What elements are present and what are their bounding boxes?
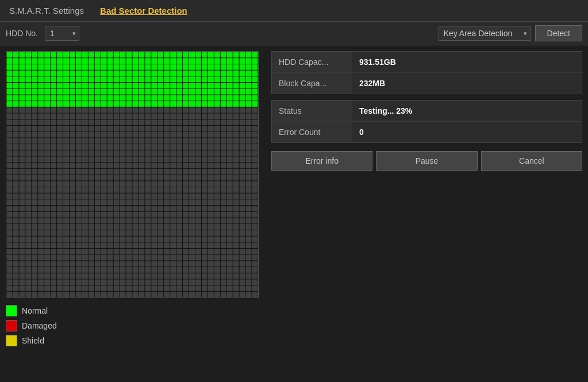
svg-rect-13: [89, 52, 94, 57]
svg-rect-1103: [151, 218, 157, 223]
svg-rect-1483: [25, 279, 31, 285]
svg-rect-816: [107, 175, 113, 180]
svg-rect-393: [214, 107, 220, 113]
svg-rect-869: [189, 181, 195, 187]
svg-rect-863: [151, 181, 157, 187]
svg-rect-872: [208, 181, 214, 187]
svg-rect-468: [183, 119, 189, 125]
svg-rect-435: [227, 113, 233, 119]
svg-rect-1385: [164, 261, 170, 267]
svg-rect-1022: [145, 206, 151, 211]
svg-rect-232: [208, 83, 214, 88]
svg-rect-1132: [82, 224, 88, 230]
error-info-button[interactable]: Error info: [271, 151, 372, 171]
svg-rect-502: [145, 126, 151, 132]
svg-rect-588: [183, 138, 189, 144]
svg-rect-432: [208, 113, 214, 119]
svg-rect-1171: [76, 230, 82, 236]
svg-rect-1261: [139, 242, 144, 248]
svg-rect-1193: [214, 230, 220, 236]
svg-rect-22: [145, 52, 151, 57]
svg-rect-452: [82, 119, 88, 125]
svg-rect-438: [246, 113, 252, 119]
svg-rect-343: [151, 101, 157, 107]
tab-smart-settings[interactable]: S.M.A.R.T. Settings: [7, 5, 86, 17]
svg-rect-366: [44, 107, 50, 113]
svg-rect-1054: [95, 212, 101, 218]
svg-rect-1122: [19, 224, 25, 230]
svg-rect-1551: [202, 285, 207, 291]
svg-rect-557: [240, 132, 245, 138]
svg-rect-1098: [120, 218, 126, 223]
grid-area: Normal Damaged Shield: [6, 51, 264, 376]
svg-rect-987: [176, 199, 182, 205]
svg-rect-896: [107, 187, 113, 193]
svg-rect-1124: [32, 224, 37, 230]
svg-rect-751: [202, 163, 207, 168]
svg-rect-21: [139, 52, 144, 57]
svg-rect-316: [233, 95, 239, 101]
svg-rect-832: [208, 175, 214, 180]
svg-rect-754: [221, 163, 226, 168]
block-capacity-row: Block Capa... 232MB: [272, 73, 582, 94]
svg-rect-1053: [89, 212, 94, 218]
pause-button[interactable]: Pause: [376, 151, 477, 171]
svg-rect-1591: [202, 292, 207, 298]
svg-rect-24: [157, 52, 163, 57]
svg-rect-814: [95, 175, 101, 180]
svg-rect-170: [70, 76, 75, 82]
svg-rect-1196: [233, 230, 239, 236]
svg-rect-362: [19, 107, 25, 113]
svg-rect-1502: [145, 279, 151, 285]
svg-rect-1554: [221, 285, 226, 291]
svg-rect-777: [114, 169, 120, 175]
svg-rect-1397: [240, 261, 245, 267]
svg-rect-1468: [183, 273, 189, 279]
svg-rect-128: [57, 71, 63, 76]
svg-rect-220: [132, 83, 138, 88]
tab-bad-sector[interactable]: Bad Sector Detection: [98, 5, 190, 17]
svg-rect-195: [227, 76, 233, 82]
info-table: HDD Capac... 931.51GB Block Capa... 232M…: [271, 51, 582, 94]
svg-rect-1029: [189, 206, 195, 211]
svg-rect-359: [252, 101, 258, 107]
svg-rect-643: [25, 151, 31, 156]
svg-rect-26: [170, 52, 176, 57]
svg-rect-1244: [32, 242, 37, 248]
svg-rect-1323: [25, 255, 31, 261]
svg-rect-810: [70, 175, 75, 180]
hdd-select[interactable]: 1 2 3: [45, 26, 79, 41]
svg-rect-1435: [227, 267, 233, 273]
svg-rect-72: [208, 58, 214, 64]
svg-rect-139: [126, 71, 132, 76]
cancel-button[interactable]: Cancel: [481, 151, 582, 171]
svg-rect-1130: [70, 224, 75, 230]
svg-rect-572: [82, 138, 88, 144]
svg-rect-530: [70, 132, 75, 138]
svg-rect-471: [202, 119, 207, 125]
svg-rect-1073: [214, 212, 220, 218]
svg-rect-322: [19, 101, 25, 107]
svg-rect-966: [44, 199, 50, 205]
svg-rect-1192: [208, 230, 214, 236]
svg-rect-1436: [233, 267, 239, 273]
detection-mode-select[interactable]: Key Area Detection Full Detection: [439, 26, 531, 41]
svg-rect-301: [139, 95, 144, 101]
svg-rect-164: [32, 76, 37, 82]
svg-rect-209: [63, 83, 69, 88]
svg-rect-1324: [32, 255, 37, 261]
svg-rect-796: [233, 169, 239, 175]
svg-rect-525: [38, 132, 44, 138]
detect-button[interactable]: Detect: [535, 25, 582, 41]
svg-rect-795: [227, 169, 233, 175]
svg-rect-17: [114, 52, 120, 57]
svg-rect-6: [44, 52, 50, 57]
svg-rect-513: [214, 126, 220, 132]
svg-rect-44: [32, 58, 37, 64]
svg-rect-827: [176, 175, 182, 180]
svg-rect-444: [32, 119, 37, 125]
svg-rect-532: [82, 132, 88, 138]
svg-rect-628: [183, 144, 189, 150]
svg-rect-492: [82, 126, 88, 132]
svg-rect-570: [70, 138, 75, 144]
